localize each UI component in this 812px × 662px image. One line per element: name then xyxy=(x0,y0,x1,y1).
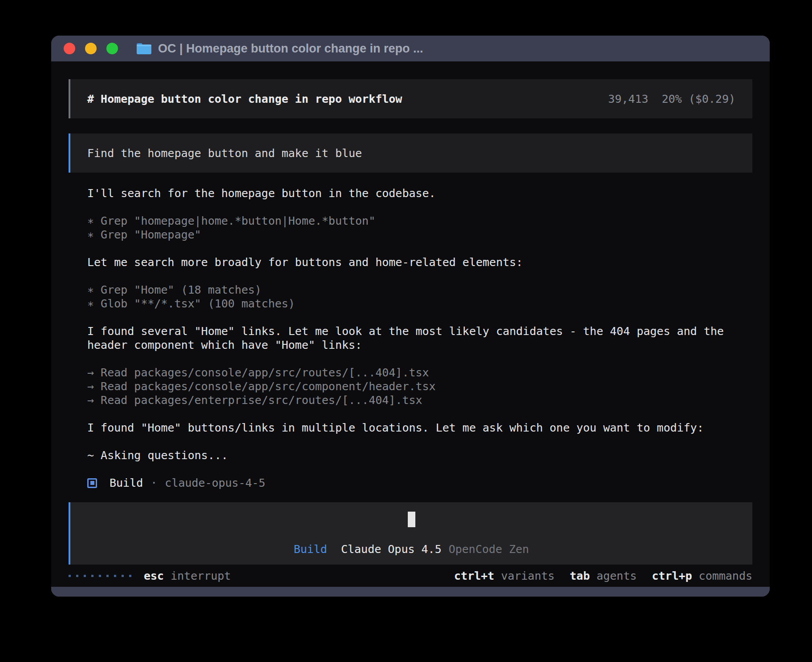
agent-build-icon xyxy=(87,478,97,488)
spinner-dot xyxy=(76,575,78,577)
assistant-text-block: ~ Asking questions... xyxy=(87,448,752,462)
spinner-dots-icon xyxy=(69,575,131,577)
shortcut-label: commands xyxy=(699,569,752,582)
assistant-text-block: Let me search more broadly for buttons a… xyxy=(87,255,752,269)
status-bar: esc interrupt ctrl+tvariantstabagentsctr… xyxy=(69,565,752,587)
prompt-input[interactable]: Build Claude Opus 4.5 OpenCode Zen xyxy=(69,502,752,565)
session-header: # Homepage button color change in repo w… xyxy=(69,79,752,118)
close-button[interactable] xyxy=(64,43,75,54)
window-title: OC | Homepage button color change in rep… xyxy=(158,42,423,56)
context-usage: 20% ($0.29) xyxy=(662,93,735,105)
tool-call-line: ∗ Glob "**/*.tsx" (100 matches) xyxy=(87,297,752,311)
tool-call-line: ∗ Grep "Home" (18 matches) xyxy=(87,283,752,297)
separator-dot: · xyxy=(150,476,157,490)
shortcut-label: variants xyxy=(501,569,554,582)
assistant-text-line: ~ Asking questions... xyxy=(87,448,752,462)
user-message-text: Find the homepage button and make it blu… xyxy=(87,147,362,160)
assistant-text-line: I found several "Home" links. Let me loo… xyxy=(87,324,752,338)
esc-hint: interrupt xyxy=(171,569,231,582)
shortcut-key: tab xyxy=(570,569,590,582)
tool-call-line: → Read packages/enterprise/src/routes/[.… xyxy=(87,393,752,407)
terminal-window: OC | Homepage button color change in rep… xyxy=(51,36,770,597)
shortcut-key: ctrl+t xyxy=(454,569,494,582)
tool-call-block: ∗ Grep "Home" (18 matches)∗ Glob "**/*.t… xyxy=(87,283,752,311)
assistant-conversation: I'll search for the homepage button in t… xyxy=(87,186,752,476)
tool-call-line: ∗ Grep "homepage|home.*button|Home.*butt… xyxy=(87,214,752,228)
assistant-text-block: I found several "Home" links. Let me loo… xyxy=(87,324,752,352)
spinner-dot xyxy=(106,575,109,577)
text-cursor xyxy=(408,512,415,527)
shortcut-agents[interactable]: tabagents xyxy=(570,569,637,582)
assistant-text-line: Let me search more broadly for buttons a… xyxy=(87,255,752,269)
agent-name: Build xyxy=(110,476,143,490)
maximize-button[interactable] xyxy=(106,43,118,54)
spinner-dot xyxy=(91,575,93,577)
esc-key[interactable]: esc xyxy=(144,569,164,582)
model-status-row: Build Claude Opus 4.5 OpenCode Zen xyxy=(294,543,529,556)
active-agent-label[interactable]: Build xyxy=(294,543,327,556)
assistant-text-block: I'll search for the homepage button in t… xyxy=(87,186,752,200)
agent-status-row: Build · claude-opus-4-5 xyxy=(87,476,752,490)
tool-call-line: → Read packages/console/app/src/componen… xyxy=(87,379,752,393)
status-bar-shortcuts: ctrl+tvariantstabagentsctrl+pcommands xyxy=(454,569,752,582)
assistant-text-line: I'll search for the homepage button in t… xyxy=(87,186,752,200)
spinner-dot xyxy=(122,575,124,577)
agent-model: claude-opus-4-5 xyxy=(165,476,265,490)
spinner-dot xyxy=(69,575,71,577)
shortcut-commands[interactable]: ctrl+pcommands xyxy=(652,569,752,582)
token-count: 39,413 xyxy=(608,93,648,105)
tool-call-line: ∗ Grep "Homepage" xyxy=(87,228,752,242)
window-bottom-edge xyxy=(51,587,770,597)
shortcut-variants[interactable]: ctrl+tvariants xyxy=(454,569,555,582)
spinner-dot xyxy=(129,575,131,577)
shortcut-label: agents xyxy=(597,569,637,582)
spinner-dot xyxy=(114,575,116,577)
tool-call-block: ∗ Grep "homepage|home.*button|Home.*butt… xyxy=(87,214,752,242)
status-bar-left: esc interrupt xyxy=(69,569,231,582)
assistant-text-line: I found "Home" buttons/links in multiple… xyxy=(87,421,752,435)
terminal-content: # Homepage button color change in repo w… xyxy=(51,61,770,587)
spinner-dot xyxy=(84,575,86,577)
folder-icon xyxy=(136,42,152,56)
assistant-text-line: header component which have "Home" links… xyxy=(87,338,752,352)
tool-call-block: → Read packages/console/app/src/routes/[… xyxy=(87,366,752,407)
spinner-dot xyxy=(99,575,101,577)
provider-label: OpenCode Zen xyxy=(449,543,529,556)
title-group: OC | Homepage button color change in rep… xyxy=(136,42,423,56)
active-model-label[interactable]: Claude Opus 4.5 xyxy=(341,543,442,556)
session-title: # Homepage button color change in repo w… xyxy=(87,93,402,105)
user-message: Find the homepage button and make it blu… xyxy=(69,133,752,173)
traffic-lights xyxy=(64,43,118,54)
tool-call-line: → Read packages/console/app/src/routes/[… xyxy=(87,366,752,379)
assistant-text-block: I found "Home" buttons/links in multiple… xyxy=(87,421,752,435)
shortcut-key: ctrl+p xyxy=(652,569,692,582)
session-stats: 39,413 20% ($0.29) xyxy=(608,93,735,105)
minimize-button[interactable] xyxy=(85,43,97,54)
window-titlebar[interactable]: OC | Homepage button color change in rep… xyxy=(51,36,770,61)
